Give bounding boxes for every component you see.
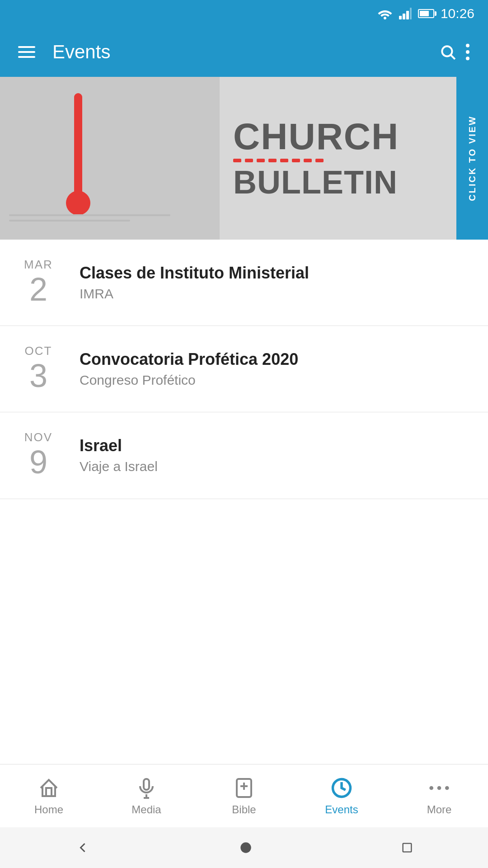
nav-events-label: Events <box>325 803 358 816</box>
bottom-nav: Home Media Bible <box>0 764 488 827</box>
clock-icon <box>330 776 353 800</box>
svg-rect-21 <box>403 844 412 852</box>
svg-line-6 <box>451 55 455 59</box>
event-info-0: Clases de Instituto Ministerial IMRA <box>80 264 474 302</box>
banner-church-text: CHURCH <box>233 118 399 155</box>
event-date-1: OCT 3 <box>14 344 63 394</box>
svg-point-19 <box>445 786 449 790</box>
app-title: Events <box>52 41 435 63</box>
search-button[interactable] <box>435 39 461 65</box>
events-list: MAR 2 Clases de Instituto Ministerial IM… <box>0 240 488 499</box>
nav-events[interactable]: Events <box>293 764 390 827</box>
bible-icon <box>232 776 256 800</box>
event-subtitle-1: Congreso Profético <box>80 373 474 388</box>
android-recents-button[interactable] <box>401 841 413 854</box>
svg-point-0 <box>384 17 386 19</box>
overflow-button[interactable] <box>461 39 474 65</box>
android-back-button[interactable] <box>75 840 91 856</box>
nav-more-label: More <box>427 803 452 816</box>
svg-point-9 <box>466 57 469 60</box>
status-time: 10:26 <box>441 6 474 21</box>
event-day-2: 9 <box>14 444 63 480</box>
nav-home-label: Home <box>34 803 63 816</box>
home-icon <box>37 776 61 800</box>
svg-point-17 <box>429 786 433 790</box>
nav-home[interactable]: Home <box>0 764 98 827</box>
android-home-button[interactable] <box>239 841 252 854</box>
svg-rect-3 <box>406 11 409 19</box>
svg-point-18 <box>437 786 441 790</box>
svg-rect-2 <box>403 14 405 19</box>
event-subtitle-2: Viaje a Israel <box>80 459 474 474</box>
svg-rect-10 <box>144 779 149 790</box>
nav-more[interactable]: More <box>390 764 488 827</box>
event-item-1[interactable]: OCT 3 Convocatoria Profética 2020 Congre… <box>0 326 488 412</box>
click-to-view-tab[interactable]: CLICK TO VIEW <box>456 77 488 240</box>
event-info-1: Convocatoria Profética 2020 Congreso Pro… <box>80 350 474 388</box>
android-nav <box>0 827 488 868</box>
event-subtitle-0: IMRA <box>80 286 474 302</box>
event-month-2: NOV <box>14 430 63 444</box>
battery-icon <box>418 9 434 18</box>
event-day-1: 3 <box>14 358 63 394</box>
nav-media[interactable]: Media <box>98 764 195 827</box>
event-title-1: Convocatoria Profética 2020 <box>80 350 474 369</box>
event-title-0: Clases de Instituto Ministerial <box>80 264 474 283</box>
event-title-2: Israel <box>80 436 474 455</box>
banner-dashes <box>233 159 324 162</box>
banner[interactable]: CHURCH BULLETIN CLICK TO VIEW <box>0 77 488 240</box>
event-month-0: MAR <box>14 258 63 272</box>
event-day-0: 2 <box>14 272 63 307</box>
nav-media-label: Media <box>131 803 161 816</box>
event-month-1: OCT <box>14 344 63 358</box>
microphone-icon <box>135 776 158 800</box>
more-dots-icon <box>427 776 451 800</box>
nav-bible-label: Bible <box>232 803 256 816</box>
banner-lines <box>0 214 220 222</box>
status-icons: 10:26 <box>377 6 474 21</box>
nav-bible[interactable]: Bible <box>195 764 293 827</box>
banner-bulletin-text: BULLETIN <box>233 166 398 198</box>
svg-rect-4 <box>410 8 412 19</box>
thermometer-icon <box>66 93 90 215</box>
banner-right: CHURCH BULLETIN CLICK TO VIEW <box>220 77 488 240</box>
event-info-2: Israel Viaje a Israel <box>80 436 474 474</box>
status-bar: 10:26 <box>0 0 488 27</box>
event-date-2: NOV 9 <box>14 430 63 480</box>
event-item-2[interactable]: NOV 9 Israel Viaje a Israel <box>0 412 488 499</box>
click-to-view-label: CLICK TO VIEW <box>467 115 478 201</box>
event-item-0[interactable]: MAR 2 Clases de Instituto Ministerial IM… <box>0 240 488 326</box>
svg-point-8 <box>466 50 469 54</box>
svg-rect-1 <box>399 16 402 19</box>
svg-point-7 <box>466 44 469 47</box>
wifi-icon <box>377 8 393 19</box>
signal-icon <box>399 8 412 19</box>
svg-point-5 <box>442 46 452 56</box>
event-date-0: MAR 2 <box>14 258 63 307</box>
menu-button[interactable] <box>14 42 40 62</box>
app-bar: Events <box>0 27 488 77</box>
banner-left <box>0 77 220 240</box>
svg-point-20 <box>240 842 251 853</box>
